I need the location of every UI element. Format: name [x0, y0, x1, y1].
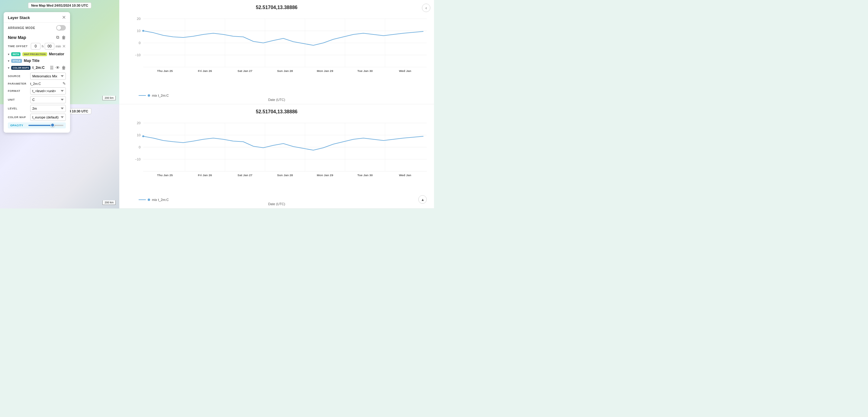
- colormaps-eye-btn[interactable]: 👁: [56, 65, 60, 70]
- colormaps-trash-btn[interactable]: 🗑: [62, 65, 66, 70]
- svg-text:Sun Jan 28: Sun Jan 28: [277, 69, 293, 72]
- chart-top-panel: 52.51704,13.38886 20 10 0 −10: [119, 0, 434, 104]
- opacity-label: OPACITY: [10, 124, 26, 127]
- style-row: ▾ STYLE Map Title: [4, 57, 70, 64]
- svg-text:Thu Jan 25: Thu Jan 25: [157, 69, 173, 72]
- beta-badge: BETA: [11, 52, 21, 56]
- chart-top-svg: 20 10 0 −10 Thu Jan 25 Fri Jan 26 Sat Ja…: [127, 13, 427, 73]
- arrange-mode-label: ARRANGE MODE: [8, 26, 35, 30]
- panel-header: Layer Stack ✕: [4, 12, 70, 23]
- arrange-mode-toggle[interactable]: [56, 25, 66, 31]
- time-clear-button[interactable]: ✕: [62, 44, 66, 49]
- layer-panel: Layer Stack ✕ ARRANGE MODE New Map ⧉ 🗑 T…: [4, 12, 70, 133]
- chart-bottom-panel: 52.51704,13.38886 20 10 0 −10: [119, 104, 434, 208]
- svg-text:Tue Jan 30: Tue Jan 30: [357, 69, 373, 72]
- svg-text:10: 10: [137, 29, 141, 33]
- colormaps-actions: ☰ 👁 🗑: [50, 65, 66, 70]
- colormaps-chevron[interactable]: ▾: [8, 66, 9, 69]
- unit-label: UNIT: [8, 98, 28, 101]
- map-projection-row: ▾ BETA MAP PROJECTION Mercator: [4, 51, 70, 57]
- svg-text:Tue Jan 30: Tue Jan 30: [357, 174, 373, 176]
- map-top-scale: 200 km: [102, 96, 116, 100]
- svg-text:Wed Jan: Wed Jan: [399, 174, 411, 176]
- panel-close-button[interactable]: ✕: [62, 15, 66, 20]
- toggle-knob: [57, 26, 61, 30]
- svg-text:−10: −10: [135, 158, 141, 161]
- colormap-label: COLOR MAP: [8, 116, 28, 119]
- style-value: Map Title: [24, 59, 39, 63]
- format-select[interactable]: t_<level>:<unit>: [30, 87, 66, 95]
- chart-bottom-title: 52.51704,13.38886: [127, 109, 427, 115]
- layers-icon-btn[interactable]: ⧉: [56, 35, 59, 40]
- svg-text:Sat Jan 27: Sat Jan 27: [238, 174, 252, 176]
- map-projection-badge: MAP PROJECTION: [22, 52, 47, 56]
- format-row: FORMAT t_<level>:<unit>: [8, 87, 66, 95]
- svg-text:20: 20: [137, 121, 141, 125]
- map-projection-chevron[interactable]: ▾: [8, 53, 9, 56]
- format-label: FORMAT: [8, 89, 28, 92]
- expand-button[interactable]: ▴: [418, 195, 427, 204]
- legend-line-bottom: [138, 200, 146, 200]
- parameter-label: PARAMETER: [8, 82, 28, 85]
- parameter-value: t_2m:C: [30, 82, 61, 86]
- map-bottom-scale: 200 km: [102, 200, 116, 205]
- legend-dot-top: [148, 94, 150, 97]
- chart-bottom-svg: 20 10 0 −10 Thu Jan 25 Fri Jan 26 Sat Ja…: [127, 117, 427, 177]
- svg-point-45: [142, 136, 144, 137]
- parameter-edit-button[interactable]: ✎: [63, 81, 66, 86]
- chart-bottom-container: 20 10 0 −10 Thu Jan 25 Fri Jan 26 Sat Ja…: [127, 117, 427, 197]
- opacity-row: OPACITY: [8, 122, 66, 128]
- svg-text:Wed Jan: Wed Jan: [399, 69, 411, 72]
- svg-text:0: 0: [138, 146, 141, 149]
- colormap-select[interactable]: t_europe (default): [30, 114, 66, 121]
- colormaps-row: ▾ COLOR MAPS t_2m:C ☰ 👁 🗑: [4, 64, 70, 71]
- time-h-unit: h: [42, 44, 43, 48]
- colormaps-list-btn[interactable]: ☰: [50, 65, 54, 70]
- svg-text:Sat Jan 27: Sat Jan 27: [238, 69, 252, 72]
- legend-label-top: mix t_2m:C: [152, 94, 169, 97]
- svg-text:Fri Jan 26: Fri Jan 26: [198, 69, 212, 72]
- chart-top-title: 52.51704,13.38886: [127, 5, 427, 10]
- level-row: LEVEL 2m: [8, 105, 66, 112]
- time-offset-row: TIME OFFSET 0 h 00 min ✕: [4, 42, 70, 51]
- new-map-row: New Map ⧉ 🗑: [4, 33, 70, 42]
- unit-row: UNIT C: [8, 96, 66, 103]
- svg-text:0: 0: [138, 41, 141, 45]
- time-min-unit: min: [56, 44, 61, 48]
- colormaps-param: t_2m:C: [32, 66, 48, 70]
- legend-label-bottom: mix t_2m:C: [152, 198, 169, 202]
- collapse-button[interactable]: ‹: [422, 4, 430, 12]
- unit-select[interactable]: C: [30, 96, 66, 103]
- chart-top-container: 20 10 0 −10 Thu Jan 25 Fri Jan 26 Sat Ja…: [127, 13, 427, 92]
- source-row: SOURCE Meteomatics Mix: [8, 72, 66, 80]
- level-label: LEVEL: [8, 107, 28, 110]
- opacity-thumb: [51, 123, 55, 127]
- source-label: SOURCE: [8, 75, 28, 78]
- new-map-icons: ⧉ 🗑: [56, 35, 66, 40]
- time-h-input[interactable]: 0: [31, 43, 40, 50]
- legend-line-top: [138, 95, 146, 96]
- chart-top-legend: mix t_2m:C: [127, 94, 427, 97]
- time-min-input[interactable]: 00: [45, 43, 54, 50]
- detail-section: SOURCE Meteomatics Mix PARAMETER t_2m:C …: [4, 71, 70, 130]
- chart-top-x-label: Date (UTC): [127, 98, 427, 101]
- colormap-row: COLOR MAP t_europe (default): [8, 114, 66, 121]
- time-offset-label: TIME OFFSET: [8, 45, 30, 48]
- style-chevron[interactable]: ▾: [8, 59, 9, 63]
- svg-text:Mon Jan 29: Mon Jan 29: [317, 69, 333, 72]
- svg-text:20: 20: [137, 17, 141, 21]
- panel-title: Layer Stack: [8, 16, 30, 20]
- opacity-slider[interactable]: [28, 125, 63, 126]
- map-top-timestamp: New Map Wed 24/01/2024 10:30 UTC: [28, 2, 92, 8]
- trash-icon-btn[interactable]: 🗑: [62, 35, 66, 40]
- svg-point-22: [142, 30, 144, 32]
- source-select[interactable]: Meteomatics Mix: [30, 72, 66, 80]
- style-badge: STYLE: [11, 59, 22, 63]
- legend-dot-bottom: [148, 199, 150, 201]
- charts-area: ‹ 52.51704,13.38886 20 10 0 −10: [119, 0, 434, 208]
- svg-text:Sun Jan 28: Sun Jan 28: [277, 174, 293, 176]
- svg-text:10: 10: [137, 133, 141, 137]
- new-map-title: New Map: [8, 35, 26, 40]
- svg-text:Mon Jan 29: Mon Jan 29: [317, 174, 333, 176]
- level-select[interactable]: 2m: [30, 105, 66, 112]
